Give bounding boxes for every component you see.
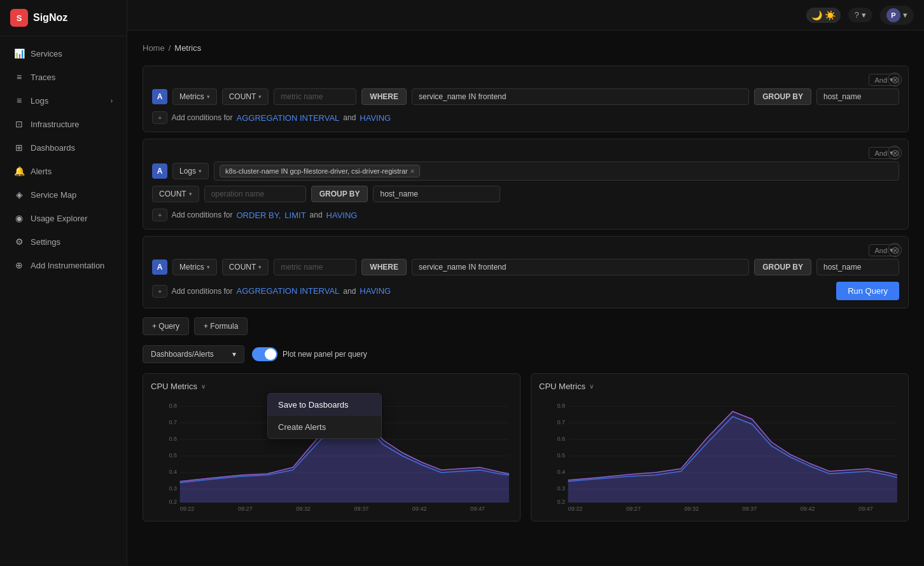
query-block-2: And ▾ A Logs ▾ k8s-cluster-name IN gcp-f… bbox=[143, 139, 909, 230]
sidebar-item-logs[interactable]: ≡ Logs › bbox=[4, 89, 123, 112]
groupby-badge-1: GROUP BY bbox=[754, 88, 811, 105]
groupby-input-2[interactable] bbox=[373, 186, 500, 202]
sidebar-item-traces[interactable]: ≡ Traces bbox=[4, 66, 123, 88]
svg-text:09:27: 09:27 bbox=[626, 506, 641, 512]
sidebar-label-usage-explorer: Usage Explorer bbox=[31, 214, 88, 223]
add-condition-btn-2[interactable]: + bbox=[152, 209, 167, 221]
source-select-1[interactable]: Metrics ▾ bbox=[172, 88, 217, 105]
sidebar-label-services: Services bbox=[31, 49, 62, 59]
instrumentation-icon: ⊕ bbox=[14, 260, 24, 270]
sidebar-label-alerts: Alerts bbox=[31, 167, 52, 176]
dropdown-item-create-alerts[interactable]: Create Alerts bbox=[268, 416, 381, 438]
destination-label: Dashboards/Alerts bbox=[151, 350, 214, 359]
groupby-badge-3: GROUP BY bbox=[754, 259, 811, 275]
sidebar-item-alerts[interactable]: 🔔 Alerts bbox=[4, 160, 123, 183]
alerts-icon: 🔔 bbox=[14, 166, 24, 176]
close-btn-1[interactable]: ⊗ bbox=[888, 72, 902, 86]
groupby-input-3[interactable] bbox=[816, 259, 899, 275]
query-label-3: A bbox=[152, 259, 167, 275]
plot-toggle[interactable] bbox=[252, 347, 277, 361]
where-badge-1: WHERE bbox=[361, 88, 407, 105]
sidebar-label-service-map: Service Map bbox=[31, 190, 76, 200]
sidebar-item-add-instrumentation[interactable]: ⊕ Add Instrumentation bbox=[4, 254, 123, 277]
svg-text:0.5: 0.5 bbox=[557, 452, 565, 459]
traces-icon: ≡ bbox=[14, 72, 24, 82]
sidebar-item-dashboards[interactable]: ⊞ Dashboards bbox=[4, 136, 123, 159]
breadcrumb-separator: / bbox=[169, 43, 171, 53]
operation-input-2[interactable] bbox=[204, 186, 306, 202]
destination-select[interactable]: Dashboards/Alerts ▾ bbox=[143, 345, 244, 363]
chart-chevron-icon-1[interactable]: ∨ bbox=[201, 383, 206, 390]
sidebar-item-settings[interactable]: ⚙ Settings bbox=[4, 230, 123, 253]
sidebar-item-infrastructure[interactable]: ⊡ Infrastructure bbox=[4, 113, 123, 135]
svg-text:09:37: 09:37 bbox=[743, 506, 757, 512]
svg-text:0.5: 0.5 bbox=[169, 452, 177, 459]
close-btn-2[interactable]: ⊗ bbox=[888, 146, 902, 160]
breadcrumb-current: Metrics bbox=[174, 43, 201, 53]
breadcrumb-home[interactable]: Home bbox=[143, 43, 165, 53]
query-block-1: And ▾ A Metrics ▾ COUNT ▾ WHERE bbox=[143, 66, 909, 132]
svg-text:09:22: 09:22 bbox=[180, 506, 195, 512]
svg-text:0.8: 0.8 bbox=[169, 403, 177, 409]
aggregation-select-3[interactable]: COUNT ▾ bbox=[222, 259, 269, 275]
bar-chart-icon: 📊 bbox=[14, 48, 24, 59]
add-condition-btn-1[interactable]: + bbox=[152, 111, 167, 124]
source-select-3[interactable]: Metrics ▾ bbox=[172, 259, 217, 275]
add-condition-btn-3[interactable]: + bbox=[152, 285, 167, 298]
cond-link-having-3[interactable]: HAVING bbox=[360, 286, 391, 296]
add-formula-button[interactable]: + Formula bbox=[194, 317, 248, 335]
query-label-2: A bbox=[152, 163, 167, 179]
query-block-1-wrapper: And ▾ A Metrics ▾ COUNT ▾ WHERE bbox=[143, 66, 909, 132]
groupby-input-1[interactable] bbox=[816, 88, 899, 105]
user-menu[interactable]: P ▾ bbox=[880, 6, 914, 25]
sidebar-item-usage-explorer[interactable]: ◉ Usage Explorer bbox=[4, 207, 123, 230]
cond-link-having-2[interactable]: HAVING bbox=[326, 211, 358, 220]
plot-toggle-label: Plot new panel per query bbox=[283, 350, 367, 359]
main-panel: 🌙 ☀️ ? ▾ P ▾ Home / Metrics And ▾ bbox=[127, 0, 924, 566]
sidebar-label-add-instrumentation: Add Instrumentation bbox=[31, 261, 104, 270]
cond-link-having-1[interactable]: HAVING bbox=[360, 113, 391, 123]
aggregation-arrow-3: ▾ bbox=[258, 264, 262, 270]
chart-chevron-icon-2[interactable]: ∨ bbox=[589, 383, 594, 390]
sidebar-label-traces: Traces bbox=[31, 72, 55, 82]
help-button[interactable]: ? ▾ bbox=[848, 8, 872, 22]
svg-text:09:32: 09:32 bbox=[296, 506, 311, 512]
dropdown-item-save-dashboards[interactable]: Save to Dasboards bbox=[268, 394, 381, 416]
tags-input-2[interactable]: k8s-cluster-name IN gcp-filestore-driver… bbox=[214, 162, 899, 181]
add-query-button[interactable]: + Query bbox=[143, 317, 189, 335]
aggregation-select-1[interactable]: COUNT ▾ bbox=[222, 88, 269, 105]
cond-link-aggregation-3[interactable]: AGGREGATION INTERVAL bbox=[237, 286, 340, 296]
chart-card-2: CPU Metrics ∨ 0.8 0.7 0.6 0.5 0.4 0.3 0.… bbox=[531, 373, 909, 521]
metric-input-1[interactable] bbox=[274, 88, 356, 105]
condition-row-3: + Add conditions for AGGREGATION INTERVA… bbox=[152, 282, 899, 300]
logs-icon: ≡ bbox=[14, 95, 24, 106]
tag-remove-1[interactable]: × bbox=[410, 167, 414, 175]
cond-link-orderby-2[interactable]: ORDER BY, bbox=[237, 211, 281, 220]
condition-row-1: + Add conditions for AGGREGATION INTERVA… bbox=[152, 111, 899, 124]
source-select-arrow-3: ▾ bbox=[207, 264, 210, 270]
chart-header-2: CPU Metrics ∨ bbox=[539, 382, 900, 391]
and-label-1: And bbox=[874, 76, 887, 84]
save-dashboards-label: Save to Dasboards bbox=[278, 400, 349, 410]
cond-link-limit-2[interactable]: LIMIT bbox=[284, 211, 305, 220]
svg-text:09:32: 09:32 bbox=[684, 506, 699, 512]
sidebar-item-services[interactable]: 📊 Services bbox=[4, 42, 123, 65]
toggle-wrapper: Plot new panel per query bbox=[252, 347, 367, 361]
source-select-2[interactable]: Logs ▾ bbox=[172, 163, 209, 179]
sidebar: S SigNoz 📊 Services ≡ Traces ≡ Logs › ⊡ … bbox=[0, 0, 127, 566]
theme-toggle[interactable]: 🌙 ☀️ bbox=[806, 8, 841, 23]
svg-text:0.3: 0.3 bbox=[557, 485, 565, 492]
sidebar-item-service-map[interactable]: ◈ Service Map bbox=[4, 183, 123, 206]
where-input-3[interactable] bbox=[412, 259, 749, 275]
run-query-button[interactable]: Run Query bbox=[836, 282, 899, 300]
metric-input-3[interactable] bbox=[274, 259, 356, 275]
content-area: Home / Metrics And ▾ A Metrics ▾ bbox=[127, 31, 924, 566]
close-btn-3[interactable]: ⊗ bbox=[888, 243, 902, 257]
where-badge-3: WHERE bbox=[361, 259, 407, 275]
svg-text:0.6: 0.6 bbox=[557, 436, 565, 442]
where-input-1[interactable] bbox=[412, 88, 749, 105]
chart-header-1: CPU Metrics ∨ bbox=[151, 382, 512, 391]
aggregation-select-2[interactable]: COUNT ▾ bbox=[152, 186, 199, 202]
source-select-arrow-2: ▾ bbox=[199, 168, 202, 174]
cond-link-aggregation-1[interactable]: AGGREGATION INTERVAL bbox=[237, 113, 340, 123]
